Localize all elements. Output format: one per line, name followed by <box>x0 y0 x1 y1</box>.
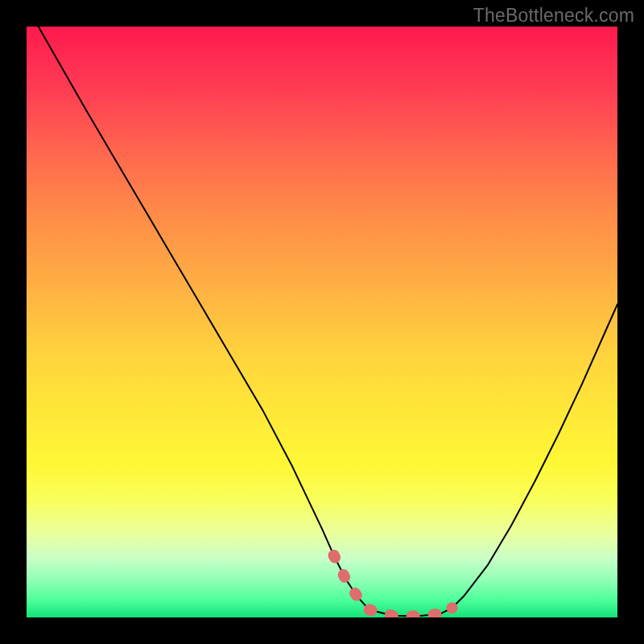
chart-svg <box>27 27 617 617</box>
svg-point-1 <box>446 602 457 613</box>
chart-curve <box>39 27 617 617</box>
plot-area <box>27 27 617 617</box>
svg-point-0 <box>328 550 340 561</box>
watermark-text: TheBottleneck.com <box>473 5 634 27</box>
chart-highlight <box>334 555 452 617</box>
chart-frame: TheBottleneck.com <box>0 0 644 644</box>
